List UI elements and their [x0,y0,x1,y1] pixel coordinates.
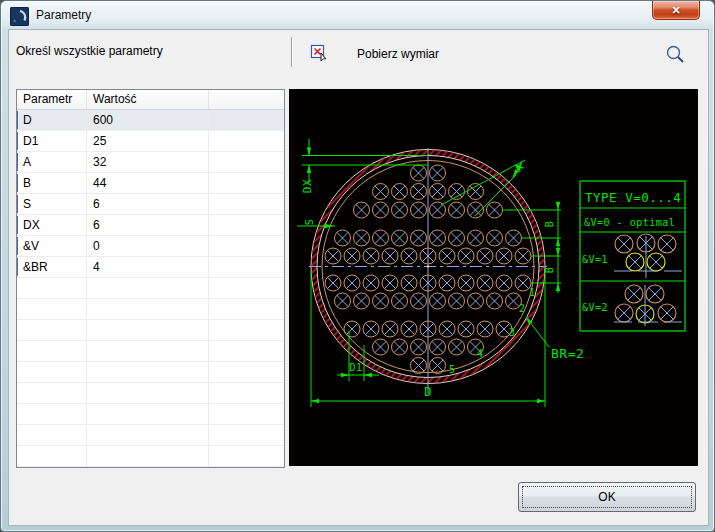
empty-row [17,362,284,383]
cell[interactable]: 44 [87,173,209,193]
cell[interactable]: 25 [87,131,209,151]
cad-preview-viewport[interactable]: DXSD1DABB12345BR=2TYPE V=0...4&V=0 - opt… [289,89,698,466]
cell[interactable]: 0 [87,236,209,256]
zoom-button[interactable] [663,42,687,66]
empty-row [17,320,284,341]
empty-row [17,299,284,320]
cell[interactable] [209,110,284,130]
cell[interactable]: 6 [87,194,209,214]
svg-text:1: 1 [529,287,536,298]
cell[interactable] [209,173,284,193]
parameter-table-header[interactable]: Parametr Wartość [17,90,284,110]
cell[interactable]: D1 [17,131,87,151]
cell[interactable] [209,194,284,214]
cell[interactable]: B [17,173,87,193]
cell[interactable]: &BR [17,257,87,277]
svg-text:4: 4 [477,348,484,359]
cell[interactable] [209,131,284,151]
cell[interactable]: A [17,152,87,172]
cell[interactable]: 4 [87,257,209,277]
svg-text:&V=0 - optimal: &V=0 - optimal [584,217,675,228]
parameter-row-B[interactable]: B44 [17,173,284,194]
svg-text:2: 2 [519,303,526,314]
cell[interactable] [209,152,284,172]
column-header-wartosc[interactable]: Wartość [87,90,209,109]
title-bar[interactable]: Parametry ✕ [1,1,714,29]
cell[interactable] [209,215,284,235]
svg-text:S: S [304,219,315,226]
column-header-empty[interactable] [209,90,284,109]
svg-text:&V=2: &V=2 [582,302,608,313]
empty-row [17,425,284,446]
cell[interactable] [209,236,284,256]
svg-text:TYPE V=0...4: TYPE V=0...4 [585,190,681,205]
cad-drawing: DXSD1DABB12345BR=2TYPE V=0...4&V=0 - opt… [289,89,698,466]
svg-text:&V=1: &V=1 [582,254,608,265]
parameter-row-D1[interactable]: D125 [17,131,284,152]
svg-text:3: 3 [509,327,516,338]
empty-row [17,278,284,299]
parameter-row-A[interactable]: A32 [17,152,284,173]
cell[interactable]: D [17,110,87,130]
ok-button[interactable]: OK [518,482,696,512]
app-icon [10,7,29,26]
svg-text:B: B [544,221,555,228]
parameters-dialog: Parametry ✕ Określ wszystkie parametry P… [0,0,715,532]
pick-dimension-label: Pobierz wymiar [357,47,439,61]
parameter-table[interactable]: Parametr Wartość D600D125A32B44S6DX6&V0&… [16,89,285,468]
parameter-table-body: D600D125A32B44S6DX6&V0&BR4 [17,110,284,467]
cell[interactable]: &V [17,236,87,256]
parameter-row-D[interactable]: D600 [17,110,284,131]
empty-row [17,446,284,467]
svg-text:BR=2: BR=2 [551,346,584,361]
close-button[interactable]: ✕ [652,1,700,20]
svg-text:B: B [544,267,555,274]
cell[interactable]: DX [17,215,87,235]
cell[interactable]: 6 [87,215,209,235]
cell[interactable] [209,257,284,277]
cell[interactable]: S [17,194,87,214]
parameter-row-DX[interactable]: DX6 [17,215,284,236]
pick-dimension-button[interactable] [307,41,331,65]
parameter-row-V[interactable]: &V0 [17,236,284,257]
parameter-row-S[interactable]: S6 [17,194,284,215]
svg-text:DX: DX [301,179,314,193]
dialog-client-area: Określ wszystkie parametry Pobierz wymia… [8,29,709,526]
window-title: Parametry [36,8,91,22]
cell[interactable]: 600 [87,110,209,130]
svg-text:5: 5 [449,364,456,375]
svg-text:D: D [424,385,432,399]
instruction-label: Określ wszystkie parametry [16,44,163,58]
parameter-row-BR[interactable]: &BR4 [17,257,284,278]
empty-row [17,341,284,362]
empty-row [17,383,284,404]
pick-dimension-icon [309,43,329,63]
column-header-parametr[interactable]: Parametr [17,90,87,109]
cell[interactable]: 32 [87,152,209,172]
empty-row [17,404,284,425]
toolbar-separator [291,37,293,67]
svg-text:D1: D1 [349,362,362,373]
magnifier-icon [665,44,686,65]
